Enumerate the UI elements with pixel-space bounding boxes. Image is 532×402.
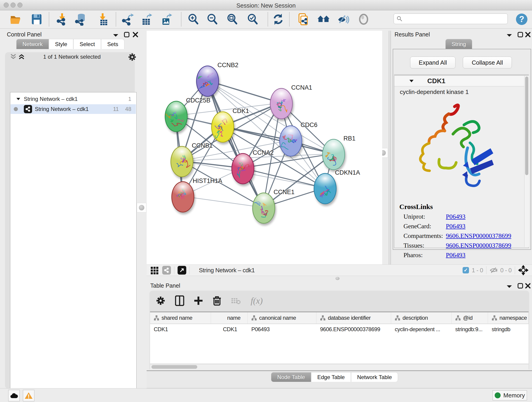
column-header-database-identifier[interactable]: database identifier	[317, 312, 391, 324]
tab-network[interactable]: Network	[16, 39, 49, 49]
column-header--id[interactable]: @id	[452, 312, 488, 324]
crosslink-link[interactable]: P06493	[446, 223, 466, 230]
refresh-icon[interactable]	[272, 13, 285, 26]
results-scrollbar[interactable]	[524, 76, 529, 247]
cell[interactable]: CDK1	[211, 324, 248, 335]
save-session-icon[interactable]	[30, 13, 43, 26]
node-gloss	[171, 147, 193, 177]
cell[interactable]: cyclin-dependent ...	[391, 324, 452, 335]
column-header-shared-name[interactable]: shared name	[150, 312, 211, 324]
open-in-new-window-icon[interactable]	[177, 266, 186, 274]
undock-panel-icon[interactable]	[517, 32, 523, 38]
import-network-database-icon[interactable]	[74, 13, 88, 26]
network-node-cdc6[interactable]	[279, 125, 302, 157]
network-node-ccne1[interactable]	[252, 192, 275, 224]
crosslink-link[interactable]: 9606.ENSP00000378699	[446, 232, 511, 240]
undock-panel-icon[interactable]	[517, 283, 523, 289]
column-header-canonical-name[interactable]: canonical name	[248, 312, 317, 324]
tab-sets[interactable]: Sets	[101, 39, 124, 49]
undock-panel-icon[interactable]	[124, 32, 130, 38]
section-expander-icon[interactable]	[409, 79, 414, 83]
network-node-cdk1[interactable]	[211, 111, 234, 143]
cell[interactable]: P06493	[248, 324, 317, 335]
zoom-out-icon[interactable]	[206, 13, 219, 26]
first-neighbors-icon[interactable]	[317, 13, 330, 26]
cell[interactable]: 9606.ENSP00000378699	[317, 324, 391, 335]
network-node-ccnb1[interactable]	[171, 146, 193, 177]
close-panel-icon[interactable]	[525, 32, 531, 38]
zoom-selected-icon[interactable]	[246, 13, 259, 26]
help-icon[interactable]: ?	[515, 13, 528, 26]
collapse-all-button[interactable]: Collapse All	[463, 57, 512, 69]
network-share-icon[interactable]	[162, 266, 171, 274]
add-column-icon[interactable]	[194, 296, 203, 305]
left-splitter-handle[interactable]	[137, 203, 146, 212]
network-node-cdc25b[interactable]	[165, 101, 188, 132]
memory-button[interactable]: Memory	[493, 390, 527, 400]
show-graphics-details-icon[interactable]	[357, 13, 370, 26]
crosslink-link[interactable]: P06493	[446, 213, 466, 220]
close-panel-icon[interactable]	[525, 283, 531, 289]
column-header-description[interactable]: description	[391, 312, 452, 324]
close-panel-icon[interactable]	[133, 32, 138, 38]
network-canvas[interactable]: CCNB2CCNA1CDC25BCDK1CDC6RB1CCNB1CCNA2CDK…	[147, 31, 382, 264]
column-header-namespace[interactable]: namespace	[488, 312, 529, 324]
table-options-gear-icon[interactable]	[156, 296, 165, 306]
search-input[interactable]	[404, 15, 504, 22]
float-panel-icon[interactable]	[113, 33, 119, 37]
expand-all-trees-icon[interactable]	[18, 54, 25, 60]
tab-select[interactable]: Select	[73, 39, 101, 49]
results-splitter-line[interactable]	[389, 31, 391, 275]
node-table-row[interactable]: CDK1CDK1P064939606.ENSP00000378699cyclin…	[150, 324, 529, 335]
hide-selected-icon[interactable]	[336, 13, 350, 26]
cloud-status-button[interactable]	[8, 390, 20, 401]
tab-edge-table[interactable]: Edge Table	[311, 372, 351, 382]
delete-column-icon[interactable]	[213, 295, 221, 306]
collection-expander-icon[interactable]	[16, 97, 21, 101]
tab-string[interactable]: String	[445, 39, 472, 49]
network-row[interactable]: String Network – cdk1 11 48	[11, 104, 136, 114]
network-node-rb1[interactable]	[322, 139, 345, 170]
network-node-hist1h1a[interactable]	[171, 181, 194, 212]
tab-network-table[interactable]: Network Table	[351, 372, 398, 382]
clone-network-icon[interactable]	[297, 13, 310, 26]
export-image-icon[interactable]	[159, 13, 173, 26]
network-node-ccnb2[interactable]	[196, 65, 219, 97]
import-table-file-icon[interactable]	[96, 13, 109, 26]
table-panel: Table Panel f(x) shared namenamecanonica…	[147, 281, 532, 390]
table-horizontal-scrollbar[interactable]	[150, 364, 529, 370]
cell[interactable]: CDK1	[150, 324, 211, 335]
tab-node-table[interactable]: Node Table	[271, 372, 311, 382]
results-scrollbar-thumb[interactable]	[525, 77, 528, 175]
crosslink-link[interactable]: 9606.ENSP00000378699	[446, 242, 511, 249]
grid-view-icon[interactable]	[150, 266, 159, 274]
bottom-splitter-handle[interactable]	[336, 277, 340, 280]
expand-all-button[interactable]: Expand All	[410, 57, 456, 69]
network-node-cdkn1a[interactable]	[314, 173, 336, 204]
search-box[interactable]	[394, 13, 508, 24]
import-network-file-icon[interactable]	[56, 13, 69, 26]
crosslink-link[interactable]: P06493	[446, 251, 466, 259]
warnings-button[interactable]	[23, 390, 34, 401]
zoom-in-icon[interactable]	[187, 13, 200, 26]
collapse-all-trees-icon[interactable]	[10, 54, 17, 60]
node-table[interactable]: shared namenamecanonical namedatabase id…	[150, 312, 529, 364]
crosslink-label: GeneCard:	[404, 223, 446, 230]
network-node-ccna1[interactable]	[270, 88, 293, 119]
network-collection-row[interactable]: String Network – cdk1 1	[11, 94, 136, 104]
show-columns-icon[interactable]	[175, 295, 184, 306]
cell[interactable]: stringdb:9...	[452, 324, 488, 335]
table-scrollbar-thumb[interactable]	[152, 365, 197, 369]
open-session-icon[interactable]	[9, 13, 22, 26]
zoom-fit-icon[interactable]	[226, 13, 239, 26]
network-options-gear-icon[interactable]	[128, 53, 137, 61]
gene-section-header[interactable]: CDK1	[394, 76, 529, 86]
tab-style[interactable]: Style	[49, 39, 73, 49]
float-panel-icon[interactable]	[506, 285, 512, 288]
float-panel-icon[interactable]	[506, 33, 512, 37]
network-node-ccna2[interactable]	[231, 153, 254, 184]
export-network-icon[interactable]	[121, 13, 134, 26]
column-header-name[interactable]: name	[211, 312, 248, 324]
export-table-icon[interactable]	[139, 13, 153, 26]
cell[interactable]: stringdb	[488, 324, 529, 335]
